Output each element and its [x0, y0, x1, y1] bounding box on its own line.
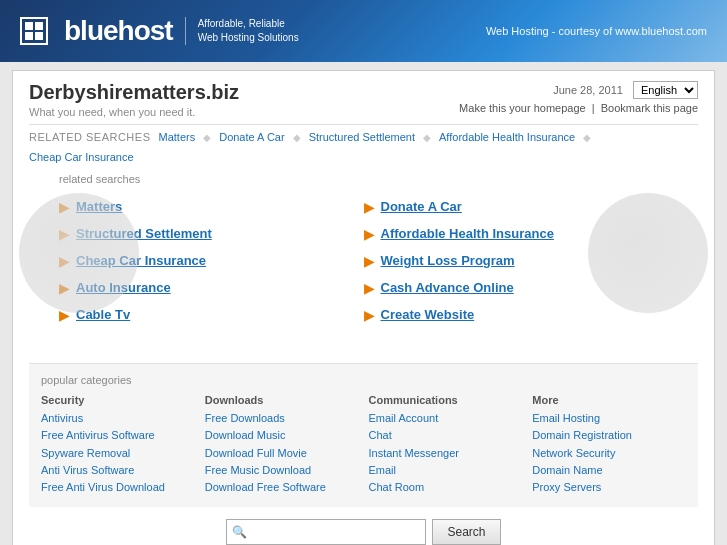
main-wrapper: Derbyshirematters.biz What you need, whe… — [0, 62, 727, 545]
category-security: Security Antivirus Free Antivirus Softwa… — [41, 394, 195, 497]
related-bar-item[interactable]: Donate A Car — [219, 131, 284, 143]
popular-label: popular categories — [41, 374, 686, 386]
category-link[interactable]: Proxy Servers — [532, 480, 686, 494]
date-display: June 28, 2011 English — [459, 81, 698, 99]
category-title: Security — [41, 394, 195, 406]
related-bar-label: RELATED SEARCHES — [29, 131, 151, 143]
related-bar-item[interactable]: Structured Settlement — [309, 131, 415, 143]
content-box: Derbyshirematters.biz What you need, whe… — [12, 70, 715, 545]
category-link[interactable]: Email — [369, 463, 523, 477]
category-link[interactable]: Free Antivirus Software — [41, 428, 195, 442]
header-info: June 28, 2011 English Make this your hom… — [459, 81, 698, 114]
category-link[interactable]: Chat — [369, 428, 523, 442]
search-link[interactable]: Create Website — [381, 307, 475, 322]
category-link[interactable]: Download Free Software — [205, 480, 359, 494]
header-links: Make this your homepage | Bookmark this … — [459, 102, 698, 114]
page-header: bluehost Affordable, Reliable Web Hostin… — [0, 0, 727, 62]
logo-icon — [20, 17, 48, 45]
category-link[interactable]: Network Security — [532, 446, 686, 460]
related-bar-item[interactable]: Affordable Health Insurance — [439, 131, 575, 143]
category-link[interactable]: Antivirus — [41, 411, 195, 425]
logo-text: bluehost — [64, 15, 173, 47]
site-title: Derbyshirematters.biz — [29, 81, 239, 104]
deco-circle-right — [588, 193, 708, 313]
bullet-icon: ▶ — [364, 227, 375, 241]
category-downloads: Downloads Free Downloads Download Music … — [205, 394, 359, 497]
category-link[interactable]: Chat Room — [369, 480, 523, 494]
category-more: More Email Hosting Domain Registration N… — [532, 394, 686, 497]
search-input-wrap: 🔍 — [226, 519, 426, 545]
category-link[interactable]: Spyware Removal — [41, 446, 195, 460]
category-link[interactable]: Download Full Movie — [205, 446, 359, 460]
category-title: Communications — [369, 394, 523, 406]
category-link[interactable]: Free Music Download — [205, 463, 359, 477]
bullet-icon: ▶ — [364, 308, 375, 322]
category-title: More — [532, 394, 686, 406]
tagline: Affordable, Reliable Web Hosting Solutio… — [185, 17, 299, 45]
category-link[interactable]: Free Downloads — [205, 411, 359, 425]
bookmark-link[interactable]: Bookmark this page — [601, 102, 698, 114]
header-hosting-info: Web Hosting - courtesy of www.bluehost.c… — [486, 25, 707, 37]
bullet-icon: ▶ — [364, 200, 375, 214]
search-bar-area: 🔍 Search — [29, 507, 698, 545]
category-link[interactable]: Instant Messenger — [369, 446, 523, 460]
search-link[interactable]: Weight Loss Program — [381, 253, 515, 268]
search-link[interactable]: Donate A Car — [381, 199, 462, 214]
language-select[interactable]: English — [633, 81, 698, 99]
divider — [29, 124, 698, 125]
category-title: Downloads — [205, 394, 359, 406]
category-link[interactable]: Download Music — [205, 428, 359, 442]
category-link[interactable]: Email Account — [369, 411, 523, 425]
bullet-icon: ▶ — [364, 281, 375, 295]
site-subtitle: What you need, when you need it. — [29, 106, 239, 118]
category-link[interactable]: Free Anti Virus Download — [41, 480, 195, 494]
related-bar: RELATED SEARCHES Matters ◆ Donate A Car … — [29, 131, 698, 163]
search-link[interactable]: Cash Advance Online — [381, 280, 514, 295]
logo-icon-cell — [35, 22, 43, 30]
category-link[interactable]: Domain Name — [532, 463, 686, 477]
category-link[interactable]: Anti Virus Software — [41, 463, 195, 477]
category-communications: Communications Email Account Chat Instan… — [369, 394, 523, 497]
search-area: related searches ▶ Matters ▶ Structured … — [29, 173, 698, 353]
homepage-link[interactable]: Make this your homepage — [459, 102, 586, 114]
related-bar-item[interactable]: Matters — [159, 131, 196, 143]
related-bar-item[interactable]: Cheap Car Insurance — [29, 151, 134, 163]
logo-icon-cell — [25, 32, 33, 40]
category-link[interactable]: Domain Registration — [532, 428, 686, 442]
deco-circle-left — [19, 193, 139, 313]
search-link[interactable]: Affordable Health Insurance — [381, 226, 554, 241]
logo-icon-cell — [35, 32, 43, 40]
grid-label: related searches — [59, 173, 668, 185]
popular-section: popular categories Security Antivirus Fr… — [29, 363, 698, 507]
logo-area: bluehost Affordable, Reliable Web Hostin… — [20, 15, 299, 47]
bullet-icon: ▶ — [364, 254, 375, 268]
category-link[interactable]: Email Hosting — [532, 411, 686, 425]
categories-grid: Security Antivirus Free Antivirus Softwa… — [41, 394, 686, 497]
search-button[interactable]: Search — [432, 519, 500, 545]
search-icon: 🔍 — [232, 525, 247, 539]
search-input[interactable] — [226, 519, 426, 545]
logo-icon-cell — [25, 22, 33, 30]
site-header: Derbyshirematters.biz What you need, whe… — [29, 81, 698, 118]
grid-columns: ▶ Matters ▶ Structured Settlement ▶ Chea… — [59, 193, 668, 328]
